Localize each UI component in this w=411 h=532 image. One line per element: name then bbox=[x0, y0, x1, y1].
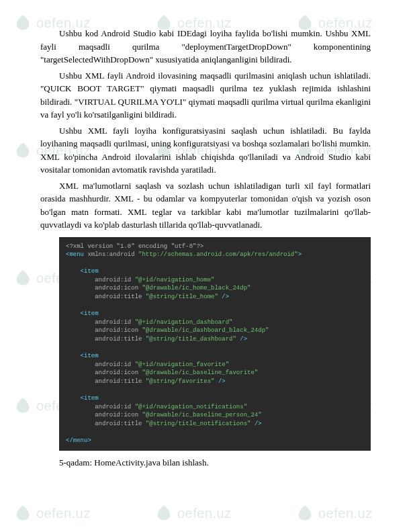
document-content: Ushbu kod Android Studio kabi IDEdagi lo… bbox=[0, 0, 411, 482]
paragraph-1: Ushbu kod Android Studio kabi IDEdagi lo… bbox=[40, 27, 371, 66]
leaf-icon bbox=[13, 504, 32, 523]
step-5-heading: 5-qadam: HomeActivity.java bilan ishlash… bbox=[40, 457, 371, 468]
leaf-icon bbox=[154, 504, 173, 523]
paragraph-4: XML ma'lumotlarni saqlash va sozlash uch… bbox=[40, 179, 371, 232]
paragraph-2: Ushbu XML fayli Android ilovasining maqs… bbox=[40, 69, 371, 122]
watermark-text: oefen.uz bbox=[177, 506, 232, 521]
watermark-text: oefen.uz bbox=[318, 506, 373, 521]
xml-code-block: <?xml version "1.0" encoding "utf-8"?> <… bbox=[59, 237, 371, 451]
code-xml-decl: <?xml version "1.0" encoding "utf-8"?> bbox=[66, 243, 203, 250]
paragraph-3: Ushbu XML fayli loyiha konfiguratsiyasin… bbox=[40, 124, 371, 177]
watermark-text: oefen.uz bbox=[36, 506, 91, 521]
leaf-icon bbox=[295, 504, 314, 523]
